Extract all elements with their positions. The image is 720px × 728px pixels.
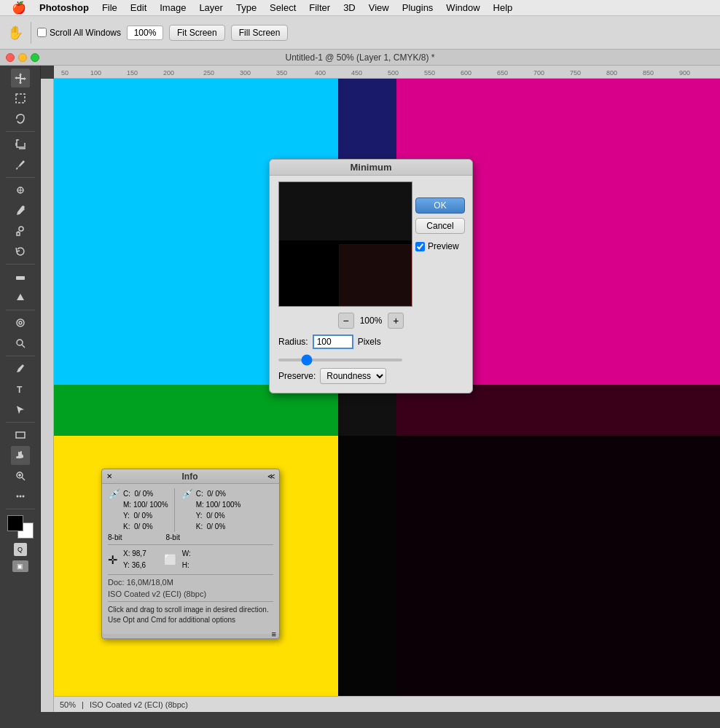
history-brush-tool[interactable] bbox=[11, 242, 30, 261]
toolbar-separator-5 bbox=[6, 356, 35, 356]
dialog-titlebar: Minimum bbox=[270, 160, 472, 176]
zoom-tool[interactable] bbox=[11, 466, 30, 485]
menu-type[interactable]: Type bbox=[230, 1, 262, 15]
zoom-in-button[interactable]: + bbox=[388, 313, 404, 329]
panel-footer: ≡ bbox=[102, 630, 279, 634]
preview-inner bbox=[279, 182, 412, 240]
brush-tool[interactable] bbox=[11, 201, 30, 220]
info-divider-2 bbox=[108, 574, 273, 575]
canvas-area: 50 100 150 200 250 300 350 400 450 500 5… bbox=[41, 66, 720, 712]
hand-tool-icon[interactable]: ✋ bbox=[6, 23, 25, 42]
menu-layer[interactable]: Layer bbox=[193, 1, 229, 15]
ruler-vertical bbox=[41, 79, 54, 712]
fit-screen-button[interactable]: Fit Screen bbox=[169, 25, 225, 41]
text-tool[interactable]: T bbox=[11, 380, 30, 399]
crop-tool[interactable] bbox=[11, 135, 30, 154]
status-divider: | bbox=[82, 700, 84, 709]
ruler-horizontal: 50 100 150 200 250 300 350 400 450 500 5… bbox=[54, 66, 720, 79]
zoom-input[interactable] bbox=[127, 26, 163, 40]
panel-close-button[interactable]: ✕ bbox=[106, 472, 112, 480]
ok-button[interactable]: OK bbox=[415, 197, 465, 214]
menu-help[interactable]: Help bbox=[488, 1, 519, 15]
color-info-row: 💉 C: 0/ 0% M: 100/ 100% Y: 0/ 0% K: 0/ 0… bbox=[108, 488, 273, 532]
document-titlebar: Untitled-1 @ 50% (Layer 1, CMYK/8) * bbox=[0, 50, 720, 66]
move-tool[interactable] bbox=[11, 69, 30, 87]
scroll-all-checkbox[interactable] bbox=[37, 28, 47, 37]
healing-brush-tool[interactable] bbox=[11, 181, 30, 200]
menu-window[interactable]: Window bbox=[440, 1, 485, 15]
color-swatches[interactable] bbox=[7, 515, 34, 539]
eyedropper-tool[interactable] bbox=[11, 155, 30, 174]
foreground-color-swatch[interactable] bbox=[7, 515, 23, 531]
close-button[interactable] bbox=[6, 53, 15, 62]
radius-row: Radius: Pixels bbox=[278, 334, 463, 349]
fill-screen-button[interactable]: Fill Screen bbox=[231, 25, 289, 41]
dodge-tool[interactable] bbox=[11, 334, 30, 353]
preview-checkbox[interactable] bbox=[415, 242, 425, 251]
color-profile: ISO Coated v2 (ECI) (8bpc) bbox=[108, 590, 273, 598]
zoom-out-button[interactable]: − bbox=[338, 313, 354, 329]
canvas-content[interactable]: Minimum OK Cancel Preview bbox=[54, 79, 720, 712]
preserve-label: Preserve: bbox=[278, 371, 316, 381]
hand-tool-toolbar[interactable] bbox=[11, 446, 30, 465]
preview-inner2 bbox=[339, 244, 412, 306]
menu-view[interactable]: View bbox=[363, 1, 395, 15]
preserve-row: Preserve: Roundness Square None bbox=[278, 368, 463, 384]
minimum-dialog: Minimum OK Cancel Preview bbox=[269, 159, 473, 394]
lasso-tool[interactable] bbox=[11, 109, 30, 128]
menu-filter[interactable]: Filter bbox=[303, 1, 336, 15]
svg-rect-0 bbox=[16, 94, 25, 103]
eyedropper-icon-left: 💉 bbox=[108, 488, 120, 500]
preview-option: Preview bbox=[415, 241, 465, 251]
toolbar-separator-6 bbox=[6, 422, 35, 423]
menu-select[interactable]: Select bbox=[264, 1, 302, 15]
menu-photoshop[interactable]: Photoshop bbox=[34, 1, 95, 15]
info-panel-body: 💉 C: 0/ 0% M: 100/ 100% Y: 0/ 0% K: 0/ 0… bbox=[102, 484, 279, 630]
radius-slider[interactable] bbox=[278, 359, 402, 361]
menu-plugins[interactable]: Plugins bbox=[396, 1, 439, 15]
panel-menu-icon[interactable]: ≡ bbox=[272, 630, 279, 638]
left-color-values: C: 0/ 0% M: 100/ 100% Y: 0/ 0% K: 0/ 0% bbox=[123, 488, 168, 532]
menu-edit[interactable]: Edit bbox=[125, 1, 152, 15]
zoom-percentage: 100% bbox=[360, 316, 383, 326]
minimize-button[interactable] bbox=[18, 53, 27, 62]
main-area: T Q ▣ bbox=[0, 66, 720, 712]
eyedropper-icon-right: 💉 bbox=[181, 488, 193, 500]
menu-image[interactable]: Image bbox=[154, 1, 192, 15]
extra-tools[interactable] bbox=[11, 487, 30, 506]
svg-line-9 bbox=[22, 345, 25, 348]
rectangle-tool[interactable] bbox=[11, 426, 30, 445]
preserve-select[interactable]: Roundness Square None bbox=[320, 368, 386, 384]
panel-collapse-button[interactable]: ≪ bbox=[267, 472, 275, 480]
blur-tool[interactable] bbox=[11, 313, 30, 332]
cancel-button[interactable]: Cancel bbox=[415, 218, 465, 234]
screen-mode-button[interactable]: ▣ bbox=[12, 560, 28, 572]
svg-point-6 bbox=[17, 319, 24, 326]
svg-point-8 bbox=[17, 340, 23, 345]
xy-wh-row: ✛ X: 98,7 Y: 36,6 ⬜ W: H: bbox=[108, 548, 273, 571]
radius-label: Radius: bbox=[278, 337, 308, 347]
svg-point-18 bbox=[22, 496, 24, 498]
paint-bucket-tool[interactable] bbox=[11, 288, 30, 307]
toolbar-separator-4 bbox=[6, 310, 35, 310]
zoom-window-button[interactable] bbox=[31, 53, 39, 62]
svg-line-13 bbox=[22, 477, 25, 480]
svg-text:T: T bbox=[17, 385, 23, 395]
color-profile-status: ISO Coated v2 (ECI) (8bpc) bbox=[90, 700, 188, 709]
svg-rect-5 bbox=[16, 276, 25, 280]
eraser-tool[interactable] bbox=[11, 267, 30, 286]
pen-tool[interactable] bbox=[11, 359, 30, 378]
menu-file[interactable]: File bbox=[96, 1, 123, 15]
marquee-tool[interactable] bbox=[11, 89, 30, 108]
quick-mask-button[interactable]: Q bbox=[14, 543, 27, 556]
canvas-black-right bbox=[396, 436, 720, 712]
zoom-controls: − 100% + bbox=[278, 313, 463, 329]
scroll-all-checkbox-label[interactable]: Scroll All Windows bbox=[37, 28, 121, 38]
apple-menu[interactable]: 🍎 bbox=[6, 0, 32, 16]
menu-3d[interactable]: 3D bbox=[337, 1, 361, 15]
path-selection-tool[interactable] bbox=[11, 400, 30, 419]
preview-checkbox-label[interactable]: Preview bbox=[415, 241, 465, 251]
info-panel: ✕ Info ≪ 💉 C: 0/ 0% M: 100/ 100% Y: bbox=[101, 469, 280, 639]
clone-stamp-tool[interactable] bbox=[11, 222, 30, 240]
radius-input[interactable] bbox=[313, 334, 353, 349]
